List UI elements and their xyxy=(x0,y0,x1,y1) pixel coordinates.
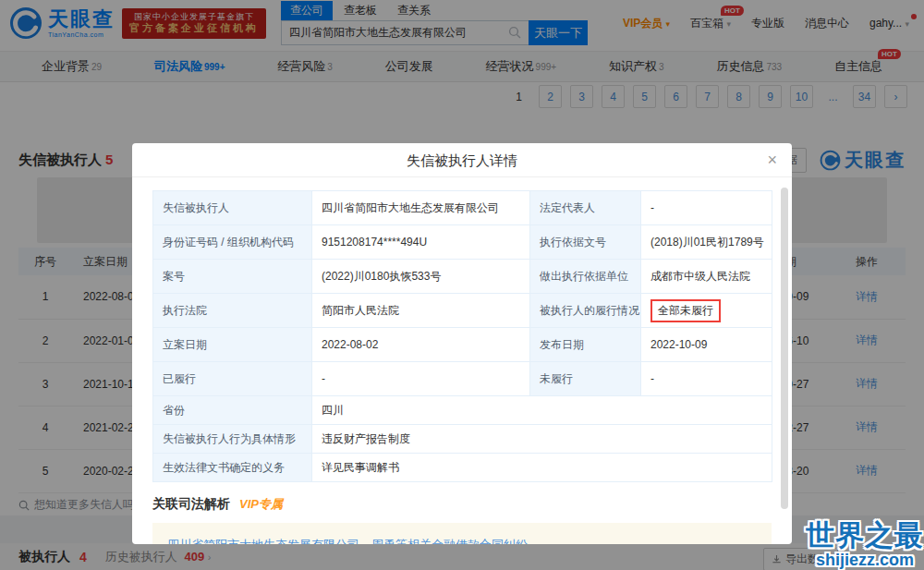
detail-row: 执行法院 简阳市人民法院 被执行人的履行情况 全部未履行 xyxy=(153,294,772,328)
field-value: - xyxy=(641,191,772,225)
field-value: 2022-08-02 xyxy=(312,328,530,362)
field-value: 四川 xyxy=(312,396,772,425)
detail-table: 失信被执行人 四川省简阳市大地生态发展有限公司 法定代表人 - 身份证号码 / … xyxy=(152,190,772,482)
field-label: 案号 xyxy=(153,260,312,294)
field-value-highlighted: 全部未履行 xyxy=(641,294,772,328)
field-label: 身份证号码 / 组织机构代码 xyxy=(153,225,312,260)
modal-title: 失信被执行人详情 × xyxy=(132,143,792,177)
field-value: 违反财产报告制度 xyxy=(312,425,772,454)
field-value: 9151208174****494U xyxy=(312,225,530,260)
field-value: (2022)川0180执恢533号 xyxy=(312,260,530,294)
field-label: 失信被执行人 xyxy=(153,191,312,225)
field-value: (2018)川01民初1789号 xyxy=(641,225,772,260)
analysis-title: 关联司法解析 xyxy=(152,496,230,513)
detail-row: 已履行 - 未履行 - xyxy=(153,362,772,396)
field-value: 成都市中级人民法院 xyxy=(641,260,772,294)
field-label: 未履行 xyxy=(530,362,641,396)
field-label: 立案日期 xyxy=(153,328,312,362)
detail-row: 失信被执行人行为具体情形 违反财产报告制度 xyxy=(153,425,772,454)
vip-exclusive-badge: VIP专属 xyxy=(239,496,283,513)
close-icon[interactable]: × xyxy=(767,143,777,177)
field-value: 2022-10-09 xyxy=(641,328,772,362)
field-label: 做出执行依据单位 xyxy=(530,260,641,294)
modal-scrollbar-thumb[interactable] xyxy=(781,188,788,509)
detail-row: 生效法律文书确定的义务 详见民事调解书 xyxy=(153,454,772,482)
detail-row: 失信被执行人 四川省简阳市大地生态发展有限公司 法定代表人 - xyxy=(153,191,772,225)
field-label: 生效法律文书确定的义务 xyxy=(153,454,312,482)
related-case-link[interactable]: 四川省简阳市大地生态发展有限公司，周勇等相关金融借款合同纠纷 xyxy=(167,538,528,544)
detail-row: 立案日期 2022-08-02 发布日期 2022-10-09 xyxy=(153,328,772,362)
field-value: - xyxy=(641,362,772,396)
detail-row: 省份 四川 xyxy=(153,396,772,425)
field-value: - xyxy=(312,362,530,396)
field-value: 详见民事调解书 xyxy=(312,454,772,482)
field-label: 已履行 xyxy=(153,362,312,396)
detail-row: 案号 (2022)川0180执恢533号 做出执行依据单位 成都市中级人民法院 xyxy=(153,260,772,294)
field-value: 简阳市人民法院 xyxy=(312,294,530,328)
field-label: 执行法院 xyxy=(153,294,312,328)
field-label: 发布日期 xyxy=(530,328,641,362)
dishonest-detail-modal: 失信被执行人详情 × 失信被执行人 四川省简阳市大地生态发展有限公司 法定代表人… xyxy=(132,143,792,544)
performance-status-highlight: 全部未履行 xyxy=(650,299,721,322)
field-label: 省份 xyxy=(153,396,312,425)
detail-row: 身份证号码 / 组织机构代码 9151208174****494U 执行依据文号… xyxy=(153,225,772,260)
analysis-box: 四川省简阳市大地生态发展有限公司，周勇等相关金融借款合同纠纷 xyxy=(152,523,772,544)
modal-body: 失信被执行人 四川省简阳市大地生态发展有限公司 法定代表人 - 身份证号码 / … xyxy=(132,177,792,544)
field-label: 法定代表人 xyxy=(530,191,641,225)
field-label: 失信被执行人行为具体情形 xyxy=(153,425,312,454)
field-label: 被执行人的履行情况 xyxy=(530,294,641,328)
field-label: 执行依据文号 xyxy=(530,225,641,260)
field-value: 四川省简阳市大地生态发展有限公司 xyxy=(312,191,530,225)
